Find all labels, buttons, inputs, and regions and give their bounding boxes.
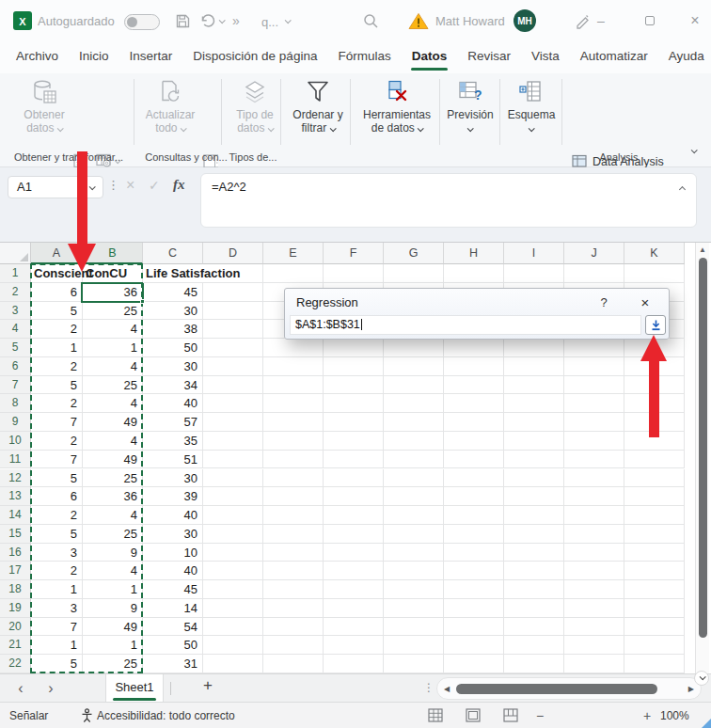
cell-I20[interactable] bbox=[504, 618, 564, 637]
cell-H16[interactable] bbox=[444, 544, 504, 562]
cell-J20[interactable] bbox=[564, 618, 624, 637]
cell-B16[interactable]: 9 bbox=[83, 544, 143, 562]
cell-A5[interactable]: 1 bbox=[31, 339, 83, 357]
cell-E14[interactable] bbox=[263, 506, 324, 525]
cell-H18[interactable] bbox=[444, 580, 504, 599]
cell-B12[interactable]: 25 bbox=[83, 469, 143, 488]
cell-C22[interactable]: 31 bbox=[143, 655, 203, 673]
cell-I19[interactable] bbox=[504, 599, 564, 618]
cell-A19[interactable]: 3 bbox=[31, 599, 83, 618]
column-header-G[interactable]: G bbox=[384, 243, 444, 264]
ribbon-overflow-icon[interactable]: » bbox=[232, 13, 240, 28]
minimize-button[interactable]: – bbox=[585, 9, 617, 32]
tab-archivo[interactable]: Archivo bbox=[6, 41, 69, 73]
cell-I21[interactable] bbox=[504, 636, 564, 655]
cell-H11[interactable] bbox=[444, 451, 504, 469]
column-header-H[interactable]: H bbox=[444, 243, 504, 264]
cell-D4[interactable] bbox=[203, 320, 263, 339]
cell-J14[interactable] bbox=[564, 506, 624, 525]
cell-B20[interactable]: 49 bbox=[83, 618, 143, 637]
page-layout-view-icon[interactable] bbox=[466, 708, 481, 722]
cell-A3[interactable]: 5 bbox=[31, 302, 83, 321]
row-header-10[interactable]: 10 bbox=[0, 432, 31, 451]
cancel-formula-icon[interactable]: × bbox=[126, 177, 134, 194]
cell-K15[interactable] bbox=[624, 525, 685, 544]
cell-H10[interactable] bbox=[444, 432, 504, 451]
cell-A16[interactable]: 3 bbox=[31, 544, 83, 562]
cell-C1[interactable]: Life Satisfaction bbox=[143, 264, 203, 283]
cell-E6[interactable] bbox=[263, 357, 324, 376]
cell-F22[interactable] bbox=[324, 655, 384, 673]
cell-H15[interactable] bbox=[444, 525, 504, 544]
cell-A2[interactable]: 6 bbox=[31, 283, 83, 302]
cell-G8[interactable] bbox=[384, 394, 444, 413]
cell-J7[interactable] bbox=[564, 376, 624, 395]
cell-C6[interactable]: 30 bbox=[143, 357, 203, 376]
formula-bar-collapse-icon[interactable] bbox=[679, 186, 686, 193]
cell-G15[interactable] bbox=[384, 525, 444, 544]
vertical-scrollbar-thumb[interactable] bbox=[699, 258, 707, 638]
cell-K17[interactable] bbox=[624, 562, 685, 580]
cell-B5[interactable]: 1 bbox=[83, 339, 143, 357]
cell-J18[interactable] bbox=[564, 580, 624, 599]
select-all-corner[interactable] bbox=[0, 243, 31, 264]
cell-E18[interactable] bbox=[263, 580, 324, 599]
cell-E17[interactable] bbox=[263, 562, 324, 580]
cell-I18[interactable] bbox=[504, 580, 564, 599]
cell-F13[interactable] bbox=[324, 487, 384, 506]
get-data-button[interactable]: Obtenerdatos bbox=[17, 79, 71, 135]
cell-D18[interactable] bbox=[203, 580, 263, 599]
cell-I15[interactable] bbox=[504, 525, 564, 544]
cell-B4[interactable]: 4 bbox=[83, 320, 143, 339]
cell-I11[interactable] bbox=[504, 451, 564, 469]
cell-D3[interactable] bbox=[203, 302, 263, 321]
cell-F1[interactable] bbox=[324, 264, 384, 283]
row-header-11[interactable]: 11 bbox=[0, 451, 31, 469]
row-header-18[interactable]: 18 bbox=[0, 580, 31, 599]
undo-chevron-icon[interactable] bbox=[219, 17, 226, 24]
tab-disposicion[interactable]: Disposición de página bbox=[182, 41, 327, 73]
cell-C4[interactable]: 38 bbox=[143, 320, 203, 339]
horizontal-scrollbar[interactable]: ◀ ▶ bbox=[436, 677, 702, 700]
zoom-in-button[interactable]: + bbox=[643, 708, 651, 723]
scroll-right-icon[interactable]: ▶ bbox=[688, 685, 694, 693]
cell-A8[interactable]: 2 bbox=[31, 394, 83, 413]
cell-I7[interactable] bbox=[504, 376, 564, 395]
cell-D5[interactable] bbox=[203, 339, 263, 357]
accessibility-status[interactable]: Accesibilidad: todo correcto bbox=[97, 709, 235, 722]
column-header-F[interactable]: F bbox=[324, 243, 384, 264]
sheet-tab-sheet1[interactable]: Sheet1 bbox=[105, 674, 164, 703]
cell-B3[interactable]: 25 bbox=[83, 302, 143, 321]
dialog-help-button[interactable]: ? bbox=[592, 293, 616, 312]
row-header-4[interactable]: 4 bbox=[0, 320, 31, 339]
row-header-21[interactable]: 21 bbox=[0, 636, 31, 655]
cell-F10[interactable] bbox=[324, 432, 384, 451]
cell-C8[interactable]: 40 bbox=[143, 394, 203, 413]
scroll-left-icon[interactable]: ◀ bbox=[444, 685, 450, 693]
cell-C21[interactable]: 50 bbox=[143, 636, 203, 655]
sheet-nav-right[interactable]: › bbox=[41, 679, 60, 698]
cell-E5[interactable] bbox=[263, 339, 324, 357]
cell-B10[interactable]: 4 bbox=[83, 432, 143, 451]
cell-G11[interactable] bbox=[384, 451, 444, 469]
cell-C11[interactable]: 51 bbox=[143, 451, 203, 469]
cell-A10[interactable]: 2 bbox=[31, 432, 83, 451]
ribbon-collapse-chevron-icon[interactable] bbox=[691, 147, 698, 153]
cell-I13[interactable] bbox=[504, 487, 564, 506]
cell-B19[interactable]: 9 bbox=[83, 599, 143, 618]
tab-datos[interactable]: Datos bbox=[402, 41, 458, 73]
insert-function-icon[interactable]: fx bbox=[173, 177, 185, 193]
cell-D17[interactable] bbox=[203, 562, 263, 580]
cell-A11[interactable]: 7 bbox=[31, 451, 83, 469]
cell-J11[interactable] bbox=[564, 451, 624, 469]
row-header-12[interactable]: 12 bbox=[0, 469, 31, 488]
scroll-up-icon[interactable]: ▲ bbox=[699, 245, 706, 254]
cell-H19[interactable] bbox=[444, 599, 504, 618]
cell-K14[interactable] bbox=[624, 506, 685, 525]
cell-A4[interactable]: 2 bbox=[31, 320, 83, 339]
row-header-15[interactable]: 15 bbox=[0, 525, 31, 544]
cell-B14[interactable]: 4 bbox=[83, 506, 143, 525]
cell-E22[interactable] bbox=[263, 655, 324, 673]
cell-F20[interactable] bbox=[324, 618, 384, 637]
zoom-out-button[interactable]: − bbox=[536, 708, 544, 723]
